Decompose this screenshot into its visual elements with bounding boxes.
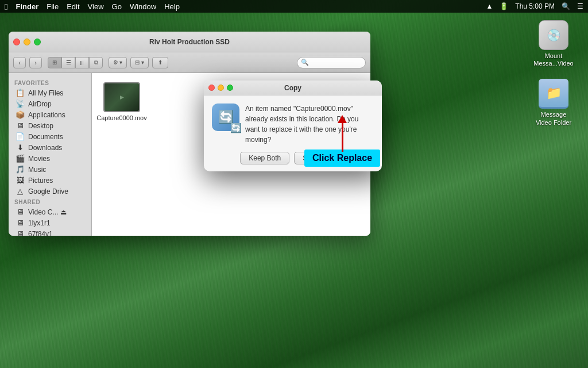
all-my-files-icon: 📋 [16,89,25,97]
desktop-icon-sidebar: 🖥 [16,121,25,130]
forward-button[interactable]: › [29,57,42,68]
list-view-button[interactable]: ☰ [61,57,75,68]
sidebar-label: Applications [28,111,65,119]
sidebar-item-video-c[interactable]: 🖥 Video C... ⏏ [10,206,90,217]
sidebar-item-music[interactable]: 🎵 Music [10,164,90,175]
menu-help[interactable]: Help [164,2,180,11]
file-label: Capture0000.mov [96,114,146,121]
sidebar-label: 67f84v1 [28,230,53,236]
music-icon: 🎵 [16,165,25,174]
menubar-wifi-icon: ▲ [486,2,493,10]
dialog-body: 🔄 An item named "Capture0000.mov" alread… [204,95,382,152]
dialog-titlebar: Copy [204,80,382,95]
dialog-close-button[interactable] [208,85,215,91]
sidebar-item-downloads[interactable]: ⬇ Downloads [10,142,90,153]
documents-icon: 📄 [16,132,25,141]
minimize-button[interactable] [24,39,30,45]
sidebar-item-67f84v1[interactable]: 🖥 67f84v1 [10,228,90,236]
dialog-icon: 🔄 [212,103,239,131]
desktop:  Finder File Edit View Go Window Help ▲… [0,0,588,368]
folder-icon: 📁 [539,79,568,109]
menubar-list-icon[interactable]: ☰ [577,2,583,10]
copy-dialog: Copy 🔄 An item named "Capture0000.mov" a… [204,80,382,171]
sidebar-item-pictures[interactable]: 🖼 Pictures [10,175,90,186]
applications-icon: 📦 [16,110,25,119]
drive-icon: 💿 [539,20,568,50]
menu-finder[interactable]: Finder [16,2,38,11]
sidebar-label: Documents [28,133,63,141]
menu-file[interactable]: File [47,2,59,11]
desktop-icon-message-folder[interactable]: 📁 MessageVideo Folder [531,79,577,126]
back-button[interactable]: ‹ [13,57,26,68]
pictures-icon: 🖼 [16,176,25,185]
desktop-icon-mount-video[interactable]: 💿 MountMessa...Video [531,20,577,67]
dialog-title: Copy [284,84,301,92]
menubar-right: ▲ 🔋 Thu 5:00 PM 🔍 ☰ [486,2,583,10]
sidebar-label: 1lyx1r1 [28,219,51,227]
sidebar-item-all-my-files[interactable]: 📋 All My Files [10,87,90,98]
shared-2-icon: 🖥 [16,229,25,236]
menu-window[interactable]: Window [130,2,156,11]
copy-icon: 🔄 [218,110,234,125]
view-buttons: ⊞ ☰ ⫼ ⧉ [48,57,103,68]
finder-toolbar: ‹ › ⊞ ☰ ⫼ ⧉ ⚙ ▾ ⊟ ▾ ⬆ 🔍 [9,52,370,73]
shared-1-icon: 🖥 [16,218,25,227]
video-c-icon: 🖥 [16,208,25,216]
sidebar-item-1lyx1r1[interactable]: 🖥 1lyx1r1 [10,217,90,228]
sidebar-label: Google Drive [28,187,68,195]
dialog-minimize-button[interactable] [218,85,224,91]
desktop-icon-label-message: MessageVideo Folder [536,111,571,126]
action-button[interactable]: ⚙ ▾ [109,57,127,68]
sidebar-item-desktop[interactable]: 🖥 Desktop [10,120,90,131]
coverflow-view-button[interactable]: ⧉ [89,57,103,68]
menu-view[interactable]: View [88,2,104,11]
sidebar-label: Music [28,166,46,174]
file-thumbnail: ▶ [103,82,140,112]
finder-window-title: Riv Holt Production SSD [149,38,230,46]
sidebar-label: AirDrop [28,100,52,108]
replace-button[interactable]: Replace [330,152,374,164]
icon-view-button[interactable]: ⊞ [48,57,61,68]
sidebar-label: Pictures [28,177,53,185]
menubar-search-icon[interactable]: 🔍 [562,2,570,10]
sidebar-item-applications[interactable]: 📦 Applications [10,109,90,120]
sidebar-item-documents[interactable]: 📄 Documents [10,131,90,142]
menubar:  Finder File Edit View Go Window Help ▲… [0,0,588,13]
dialog-maximize-button[interactable] [227,85,233,91]
menu-go[interactable]: Go [112,2,122,11]
sidebar-item-google-drive[interactable]: △ Google Drive [10,186,90,197]
column-view-button[interactable]: ⫼ [75,57,89,68]
keep-both-button[interactable]: Keep Both [240,152,289,164]
menu-edit[interactable]: Edit [67,2,79,11]
dialog-message: An item named "Capture0000.mov" already … [245,103,374,145]
finder-titlebar: Riv Holt Production SSD [9,32,370,52]
sidebar-label: Downloads [28,144,62,152]
finder-sidebar: FAVORITES 📋 All My Files 📡 AirDrop 📦 App… [9,73,92,236]
dialog-traffic-lights [208,85,233,91]
favorites-label: FAVORITES [9,78,91,87]
sidebar-label: Movies [28,155,50,163]
close-button[interactable] [13,39,20,45]
arrange-button[interactable]: ⊟ ▾ [130,57,149,68]
menubar-left:  Finder File Edit View Go Window Help [5,2,180,12]
apple-menu[interactable]:  [5,2,7,12]
shared-label: SHARED [9,197,91,206]
sidebar-item-airdrop[interactable]: 📡 AirDrop [10,98,90,109]
movies-icon: 🎬 [16,154,25,163]
traffic-lights [13,39,41,45]
share-button[interactable]: ⬆ [152,57,168,68]
google-drive-icon: △ [16,187,25,195]
airdrop-icon: 📡 [16,99,25,108]
maximize-button[interactable] [34,39,41,45]
downloads-icon: ⬇ [16,143,25,152]
sidebar-label: All My Files [28,89,63,97]
sidebar-item-movies[interactable]: 🎬 Movies [10,153,90,164]
sidebar-label: Desktop [28,122,53,130]
search-box[interactable]: 🔍 [297,57,366,68]
desktop-icon-label: MountMessa...Video [533,52,574,67]
search-icon: 🔍 [301,59,309,66]
file-item-capture0000[interactable]: ▶ Capture0000.mov [99,80,145,124]
sidebar-label: Video C... ⏏ [28,208,67,216]
dialog-buttons: Keep Both Stop Replace [204,152,382,171]
stop-button[interactable]: Stop [294,152,326,164]
